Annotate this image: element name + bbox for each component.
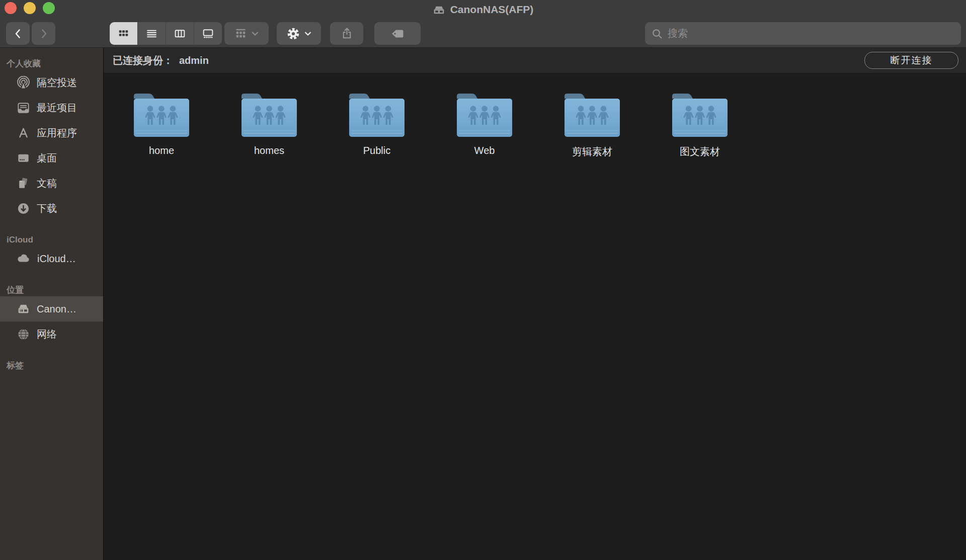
chevron-down-icon [251,30,259,38]
traffic-lights [5,2,55,14]
group-by-button[interactable] [224,22,269,45]
gallery-view-button[interactable] [194,22,222,45]
folder-name: Web [474,145,495,156]
shared-folder-icon [133,91,190,138]
sidebar-item-icloud-drive[interactable]: iCloud… [0,246,103,271]
desktop-icon [17,151,30,165]
forward-button[interactable] [32,22,55,45]
downloads-icon [17,202,30,215]
folder-item-home[interactable]: home [108,91,215,158]
sidebar-item-network[interactable]: 网络 [0,322,103,347]
connection-statusbar: 已连接身份： admin 断开连接 [104,48,966,73]
sidebar-item-label: 应用程序 [37,126,77,140]
close-button[interactable] [5,2,17,14]
search-icon [651,28,663,40]
folder-name: home [149,145,174,156]
share-button[interactable] [330,22,363,45]
grid-view-icon [117,27,130,40]
sidebar-item-label: iCloud… [37,253,76,265]
sidebar-header-icloud: iCloud [0,234,103,246]
sidebar-header-tags: 标签 [0,360,103,372]
search-field[interactable] [645,22,961,45]
content-area: 已连接身份： admin 断开连接 home homes Public [104,48,966,560]
folder-item-web[interactable]: Web [431,91,538,158]
nas-icon [17,302,30,316]
network-globe-icon [17,328,30,341]
back-button[interactable] [6,22,30,45]
folder-name: 图文素材 [680,145,720,158]
sidebar-item-label: Canon… [37,303,76,315]
file-grid: home homes Public Web 剪辑素材 [104,73,966,158]
folder-name: 剪辑素材 [572,145,612,158]
sidebar-item-label: 下载 [37,202,57,215]
chevron-down-icon [304,30,312,38]
sidebar-item-desktop[interactable]: 桌面 [0,145,103,171]
chevron-right-icon [37,27,50,40]
window-chrome: CanonNAS(AFP) [0,0,966,48]
icon-view-button[interactable] [110,22,137,45]
sidebar-item-downloads[interactable]: 下载 [0,196,103,221]
sidebar-item-label: 网络 [37,328,57,341]
window-title-area: CanonNAS(AFP) [433,4,534,16]
minimize-button[interactable] [24,2,36,14]
sidebar-item-label: 隔空投送 [37,76,77,90]
sidebar-item-label: 最近项目 [37,101,77,115]
shared-folder-icon [348,91,406,138]
documents-icon [17,177,30,190]
finder-window: CanonNAS(AFP) [0,0,966,560]
folder-name: homes [254,145,284,156]
shared-folder-icon [456,91,513,138]
shared-folder-icon [564,91,621,138]
tag-button[interactable] [374,22,421,45]
sidebar-header-locations: 位置 [0,284,103,296]
action-menu-button[interactable] [277,22,321,45]
sidebar-header-favorites: 个人收藏 [0,58,103,70]
sidebar-item-airdrop[interactable]: 隔空投送 [0,70,103,95]
toolbar [0,19,966,47]
folder-name: Public [363,145,390,156]
sidebar-item-documents[interactable]: 文稿 [0,171,103,196]
tag-icon [390,27,405,40]
folder-item-editing-materials[interactable]: 剪辑素材 [538,91,646,158]
folder-item-homes[interactable]: homes [215,91,323,158]
share-icon [340,27,354,40]
nas-proxy-icon [433,5,445,15]
column-view-button[interactable] [166,22,194,45]
airdrop-icon [17,76,30,90]
chevron-left-icon [12,27,25,40]
connected-as-label: 已连接身份： [113,54,173,67]
list-view-button[interactable] [137,22,166,45]
sidebar-item-label: 桌面 [37,151,57,165]
column-view-icon [174,27,186,40]
window-body: 个人收藏 隔空投送 [0,48,966,560]
shared-folder-icon [671,91,729,138]
icloud-icon [17,252,31,266]
sidebar-item-applications[interactable]: 应用程序 [0,120,103,145]
recents-icon [17,101,30,115]
view-segmented-control [110,22,222,45]
sidebar-item-recents[interactable]: 最近项目 [0,95,103,120]
shared-folder-icon [240,91,298,138]
connected-user: admin [179,55,209,66]
list-view-icon [145,27,158,40]
sidebar-item-label: 文稿 [37,177,57,190]
titlebar: CanonNAS(AFP) [0,0,966,19]
gallery-view-icon [202,27,214,40]
search-input[interactable] [668,28,955,39]
applications-icon [17,126,30,140]
gear-icon [286,27,300,41]
disconnect-button[interactable]: 断开连接 [864,52,958,69]
zoom-button[interactable] [43,2,55,14]
folder-item-graphic-materials[interactable]: 图文素材 [646,91,754,158]
sidebar: 个人收藏 隔空投送 [0,48,104,560]
window-title: CanonNAS(AFP) [450,4,534,16]
group-by-icon [234,27,248,40]
folder-item-public[interactable]: Public [323,91,431,158]
sidebar-item-canonnas[interactable]: Canon… [0,296,103,322]
